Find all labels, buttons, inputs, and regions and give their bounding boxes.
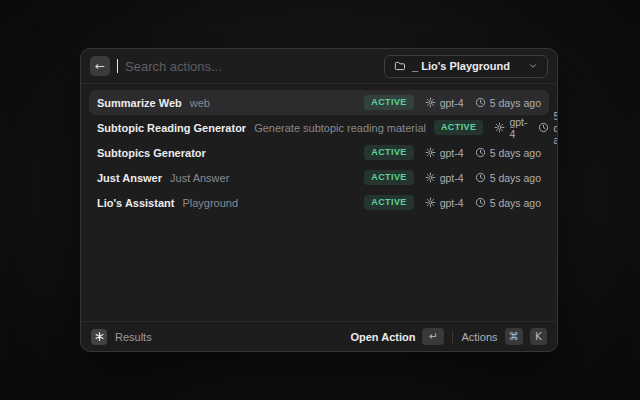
status-badge: ACTIVE	[364, 170, 413, 185]
extension-logo-icon	[91, 329, 107, 345]
list-item[interactable]: Lio's Assistant Playground ACTIVE gpt-4 …	[89, 190, 549, 215]
model-label: gpt-4	[425, 172, 464, 184]
updated-label: 5 days ago	[538, 110, 558, 146]
workspace-dropdown[interactable]: _ Lio's Playground	[384, 55, 548, 78]
model-label: gpt-4	[425, 197, 464, 209]
model-label: gpt-4	[425, 147, 464, 159]
chevron-down-icon	[528, 61, 538, 71]
search-input[interactable]	[125, 59, 377, 74]
clock-icon	[538, 122, 549, 133]
results-label: Results	[115, 331, 152, 343]
gear-icon	[425, 97, 436, 108]
workspace-dropdown-label: _ Lio's Playground	[412, 60, 522, 72]
folder-icon	[394, 60, 406, 72]
clock-icon	[475, 97, 486, 108]
row-meta: ACTIVE gpt-4 5 days ago	[364, 145, 541, 160]
gear-icon	[494, 122, 505, 133]
list-item[interactable]: Subtopic Reading Generator Generate subt…	[89, 115, 549, 140]
updated-label: 5 days ago	[475, 147, 541, 159]
actions-menu-button[interactable]: Actions ⌘ K	[461, 328, 547, 345]
row-meta: ACTIVE gpt-4 5 days ago	[364, 170, 541, 185]
updated-label: 5 days ago	[475, 97, 541, 109]
action-subtitle: Just Answer	[170, 172, 229, 184]
action-title: Subtopic Reading Generator	[97, 122, 246, 134]
clock-icon	[475, 172, 486, 183]
gear-icon	[425, 172, 436, 183]
clock-icon	[475, 197, 486, 208]
command-palette-window: ← _ Lio's Playground Summarize Web web A…	[80, 48, 558, 352]
status-badge: ACTIVE	[364, 145, 413, 160]
status-badge: ACTIVE	[364, 95, 413, 110]
updated-label: 5 days ago	[475, 172, 541, 184]
clock-icon	[475, 147, 486, 158]
enter-keycap: ↵	[422, 328, 444, 345]
text-caret	[117, 59, 118, 73]
actions-list: Summarize Web web ACTIVE gpt-4 5 days ag…	[81, 84, 557, 321]
model-label: gpt-4	[425, 97, 464, 109]
status-badge: ACTIVE	[434, 120, 483, 135]
footer-actions: Open Action ↵ Actions ⌘ K	[350, 328, 547, 345]
palette-header: ← _ Lio's Playground	[81, 49, 557, 84]
action-title: Summarize Web	[97, 97, 182, 109]
status-badge: ACTIVE	[364, 195, 413, 210]
action-subtitle: Playground	[182, 197, 238, 209]
cmd-keycap: ⌘	[505, 328, 524, 345]
footer-divider	[452, 331, 453, 343]
action-subtitle: web	[190, 97, 210, 109]
row-meta: ACTIVE gpt-4 5 days ago	[364, 195, 541, 210]
row-meta: ACTIVE gpt-4 5 days ago	[434, 110, 558, 146]
palette-footer: Results Open Action ↵ Actions ⌘ K	[81, 321, 557, 351]
back-button[interactable]: ←	[90, 56, 110, 76]
list-item[interactable]: Just Answer Just Answer ACTIVE gpt-4 5 d…	[89, 165, 549, 190]
action-title: Just Answer	[97, 172, 162, 184]
k-keycap: K	[530, 328, 547, 345]
updated-label: 5 days ago	[475, 197, 541, 209]
gear-icon	[425, 147, 436, 158]
open-action-button[interactable]: Open Action ↵	[350, 328, 444, 345]
model-label: gpt-4	[494, 116, 527, 140]
action-title: Subtopics Generator	[97, 147, 206, 159]
row-meta: ACTIVE gpt-4 5 days ago	[364, 95, 541, 110]
gear-icon	[425, 197, 436, 208]
action-title: Lio's Assistant	[97, 197, 174, 209]
action-subtitle: Generate subtopic reading material	[254, 122, 426, 134]
